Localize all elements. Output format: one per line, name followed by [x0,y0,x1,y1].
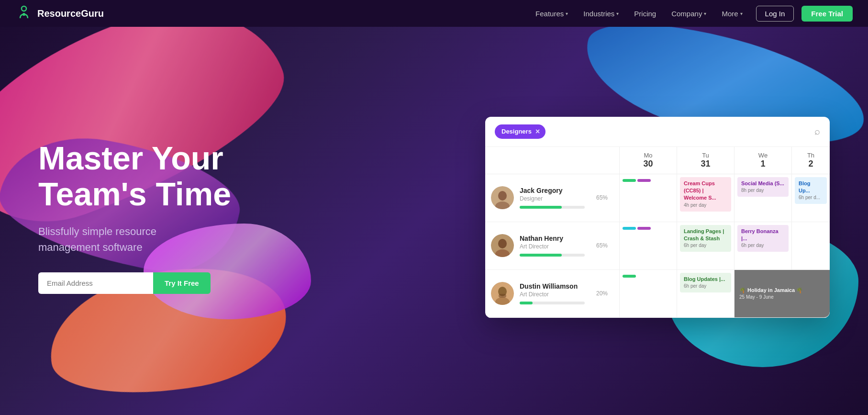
nav-industries[interactable]: Industries ▾ [578,6,624,22]
resource-details-nathan: Nathan Henry Art Director [520,235,585,257]
cal-header-empty [485,147,619,174]
chevron-down-icon: ▾ [616,11,619,16]
cal-cell-nathan-th [791,222,830,269]
booking-dustin-tu: Blog Updates |... 6h per day [680,273,731,292]
chevron-down-icon: ▾ [566,11,568,16]
free-trial-button[interactable]: Free Trial [801,6,853,22]
resource-role-nathan: Art Director [520,243,585,250]
nav-company[interactable]: Company ▾ [666,6,712,22]
hero-cta: Try It Free [38,272,231,294]
cta-button[interactable]: Try It Free [153,272,211,294]
resource-name-jack: Jack Gregory [520,187,585,194]
email-input[interactable] [38,272,153,294]
resource-name-dustin: Dustin Williamson [520,282,585,290]
logo-text: ResourceGuru [37,8,104,19]
svg-rect-11 [499,294,506,298]
resource-pct-dustin: 20% [590,290,613,297]
booking-jack-we: Social Media (S... 8h per day [737,177,789,197]
hero-subtitle: Blissfully simple resourcemanagement sof… [38,224,231,255]
resource-row-dustin: Dustin Williamson Art Director 20% [485,270,830,318]
cal-cell-dustin-we: 🌴 Holiday in Jamaica 🌴 25 May - 9 June [734,270,830,317]
cal-day-tu: Tu 31 [677,147,734,174]
calendar-header: Mo 30 Tu 31 We 1 Th 2 [485,147,830,174]
cal-cell-dustin-mo [619,270,677,317]
cal-cell-jack-mo [619,174,677,222]
chevron-down-icon: ▾ [704,11,706,16]
navbar-nav: Features ▾ Industries ▾ Pricing Company … [530,6,853,22]
nav-features[interactable]: Features ▾ [530,6,574,22]
resource-bar-nathan [520,254,585,257]
resource-name-nathan: Nathan Henry [520,235,585,242]
cal-day-th: Th 2 [791,147,830,174]
resource-info-dustin: Dustin Williamson Art Director 20% [485,270,619,317]
filter-tag: Designers × [495,124,545,139]
nav-more[interactable]: More ▾ [716,6,748,22]
avatar-nathan [491,234,514,257]
dashboard-card: Designers × ⌕ Mo 30 Tu 31 We 1 [485,117,830,318]
cal-cell-jack-tu: Cream Cups (CC85) | Welcome S... 4h per … [677,174,734,222]
chevron-down-icon: ▾ [740,11,743,16]
card-header: Designers × ⌕ [485,117,830,147]
booking-jack-tu: Cream Cups (CC85) | Welcome S... 4h per … [680,177,731,212]
svg-point-1 [22,13,25,16]
cal-cell-nathan-mo [619,222,677,269]
logo[interactable]: ResourceGuru [15,5,104,22]
svg-point-6 [498,239,507,248]
cal-cell-jack-th: Blog Up... 6h per d... [791,174,830,222]
resource-info-nathan: Nathan Henry Art Director 65% [485,222,619,269]
resource-bar-jack [520,206,585,209]
resource-row-jack: Jack Gregory Designer 65% [485,174,830,222]
avatar-jack [491,186,514,209]
resource-details-jack: Jack Gregory Designer [520,187,585,209]
navbar: ResourceGuru Features ▾ Industries ▾ Pri… [0,0,868,27]
resource-role-jack: Designer [520,195,585,202]
cal-day-mo: Mo 30 [619,147,677,174]
booking-jack-th: Blog Up... 6h per d... [795,177,827,204]
booking-nathan-tu: Landing Pages | Crash & Stash 6h per day [680,225,731,252]
nav-pricing[interactable]: Pricing [628,6,662,22]
holiday-name: 🌴 Holiday in Jamaica 🌴 [739,287,825,293]
hero-title: Master Your Team's Time [38,140,231,212]
holiday-dates: 25 May - 9 June [739,294,825,300]
filter-tag-close[interactable]: × [535,127,540,136]
search-icon[interactable]: ⌕ [814,126,820,137]
resource-row-nathan: Nathan Henry Art Director 65% [485,222,830,270]
hero-left: Master Your Team's Time Blissfully simpl… [38,140,231,294]
hero-section: Master Your Team's Time Blissfully simpl… [0,0,868,415]
resource-bar-dustin [520,302,585,304]
resource-pct-nathan: 65% [590,242,613,249]
avatar-dustin [491,282,514,305]
holiday-block: 🌴 Holiday in Jamaica 🌴 25 May - 9 June [734,270,830,317]
svg-point-3 [498,191,507,201]
booking-nathan-we: Berry Bonanza |... 6h per day [737,225,789,252]
cal-cell-nathan-we: Berry Bonanza |... 6h per day [734,222,791,269]
svg-point-0 [22,6,26,11]
cal-cell-dustin-tu: Blog Updates |... 6h per day [677,270,734,317]
cal-day-we: We 1 [734,147,791,174]
resource-pct-jack: 65% [590,194,613,201]
resource-role-dustin: Art Director [520,291,585,298]
resource-info-jack: Jack Gregory Designer 65% [485,174,619,222]
logo-icon [15,5,33,22]
resource-details-dustin: Dustin Williamson Art Director [520,282,585,304]
login-button[interactable]: Log In [756,6,794,22]
hero-content: Master Your Team's Time Blissfully simpl… [0,0,868,415]
cal-cell-nathan-tu: Landing Pages | Crash & Stash 6h per day [677,222,734,269]
cal-cell-jack-we: Social Media (S... 8h per day [734,174,791,222]
